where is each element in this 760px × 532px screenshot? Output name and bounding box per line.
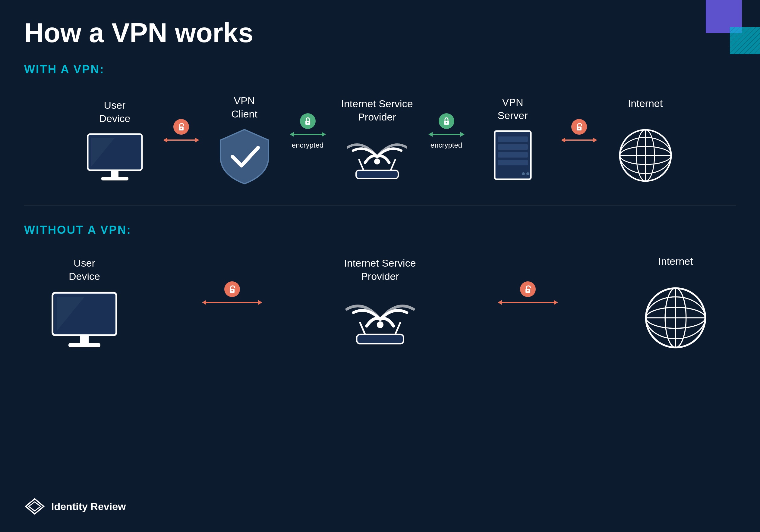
no-vpn-diagram-row: UserDevice — [24, 254, 736, 351]
node-vpn-server: VPNServer — [471, 96, 555, 185]
svg-rect-29 — [498, 136, 528, 142]
vpn-server-label: VPNServer — [498, 96, 528, 122]
no-vpn-arrow-lock-1 — [202, 281, 262, 306]
section-divider — [24, 205, 736, 205]
no-vpn-double-arrow-1 — [202, 299, 262, 306]
no-vpn-section: WITHOUT A VPN: UserDevice — [24, 224, 736, 351]
svg-line-58 — [360, 323, 365, 334]
svg-point-34 — [526, 172, 529, 175]
lock-icon-4 — [571, 119, 587, 135]
monitor-icon — [85, 131, 145, 182]
node-user-device-2: UserDevice — [24, 256, 145, 349]
svg-point-19 — [374, 158, 380, 164]
arrow-4 — [555, 119, 603, 162]
no-vpn-double-arrow-2 — [498, 299, 558, 306]
encrypted-label-1: encrypted — [292, 141, 323, 150]
internet-label-1: Internet — [628, 97, 663, 121]
double-arrow-2 — [290, 131, 326, 138]
svg-marker-13 — [195, 138, 199, 143]
svg-point-15 — [307, 122, 309, 123]
svg-point-36 — [578, 128, 580, 129]
svg-marker-39 — [593, 138, 597, 143]
svg-marker-55 — [258, 300, 262, 305]
lock-icon-3 — [439, 113, 454, 129]
node-isp: Internet ServiceProvider — [332, 97, 422, 184]
main-container: How a VPN works WITH A VPN: UserDevice — [0, 0, 760, 532]
no-vpn-arrow-lock-2 — [498, 281, 558, 306]
svg-marker-27 — [460, 132, 464, 137]
arrow-lock-1 — [163, 119, 199, 144]
lock-icon-2 — [300, 113, 316, 129]
svg-rect-6 — [111, 170, 119, 177]
user-device-label-2: UserDevice — [69, 256, 100, 283]
svg-marker-64 — [554, 300, 558, 305]
svg-marker-16 — [290, 132, 294, 137]
vpn-diagram-row: UserDevice — [24, 94, 736, 187]
svg-rect-20 — [356, 170, 398, 179]
svg-marker-10 — [163, 138, 167, 143]
router-icon-2 — [346, 289, 415, 349]
arrow-2: encrypted — [284, 113, 332, 167]
internet-label-2: Internet — [658, 254, 693, 279]
vpn-section: WITH A VPN: UserDevice — [24, 63, 736, 187]
no-vpn-lock-2 — [520, 281, 536, 297]
svg-line-22 — [391, 160, 395, 170]
node-vpn-client: VPNClient — [205, 94, 284, 187]
svg-marker-53 — [202, 300, 206, 305]
svg-point-9 — [180, 128, 182, 129]
isp-label-2: Internet ServiceProvider — [344, 256, 416, 283]
shield-icon — [217, 126, 272, 187]
svg-rect-32 — [498, 160, 528, 165]
svg-marker-37 — [561, 138, 565, 143]
svg-rect-57 — [356, 334, 404, 344]
user-device-label: UserDevice — [99, 99, 130, 125]
svg-point-33 — [522, 172, 525, 175]
svg-line-21 — [359, 160, 363, 170]
node-isp-2: Internet ServiceProvider — [320, 256, 441, 349]
encrypted-label-2: encrypted — [431, 141, 462, 150]
arrow-lock-3: encrypted — [428, 113, 464, 150]
node-internet-1: Internet — [603, 97, 688, 184]
svg-marker-62 — [498, 300, 502, 305]
arrow-1 — [157, 119, 205, 162]
svg-rect-49 — [80, 335, 89, 343]
arrow-lock-2: encrypted — [290, 113, 326, 150]
no-vpn-arrow-2 — [441, 281, 616, 324]
svg-marker-25 — [428, 132, 433, 137]
no-vpn-arrow-1 — [145, 281, 320, 324]
server-icon — [489, 128, 537, 185]
svg-line-59 — [395, 323, 400, 334]
lock-icon-1 — [173, 119, 189, 135]
svg-rect-31 — [498, 152, 528, 157]
svg-rect-7 — [101, 177, 128, 180]
isp-label: Internet ServiceProvider — [341, 97, 413, 123]
svg-point-24 — [446, 122, 447, 123]
globe-icon-2 — [642, 285, 709, 351]
node-user-device: UserDevice — [72, 99, 157, 182]
arrow-lock-4 — [561, 119, 597, 144]
main-title: How a VPN works — [24, 18, 736, 48]
double-arrow-3 — [428, 131, 464, 138]
svg-point-52 — [231, 290, 233, 291]
no-vpn-lock-1 — [224, 281, 240, 297]
svg-point-56 — [377, 321, 383, 328]
svg-rect-50 — [69, 343, 100, 347]
brand-logo — [24, 497, 45, 515]
vpn-section-label: WITH A VPN: — [24, 63, 736, 76]
svg-rect-2 — [730, 27, 760, 54]
monitor-icon-2 — [48, 289, 120, 349]
brand-name: Identity Review — [51, 501, 126, 512]
svg-marker-18 — [322, 132, 326, 137]
svg-rect-30 — [498, 144, 528, 150]
corner-teal — [730, 27, 760, 54]
double-arrow-1 — [163, 136, 199, 144]
svg-marker-72 — [29, 502, 41, 511]
corner-decoration — [700, 0, 760, 54]
node-internet-2: Internet — [615, 254, 736, 351]
svg-point-61 — [527, 290, 529, 291]
router-icon — [347, 130, 407, 184]
arrow-3: encrypted — [422, 113, 471, 167]
no-vpn-section-label: WITHOUT A VPN: — [24, 224, 736, 237]
double-arrow-4 — [561, 136, 597, 144]
vpn-client-label: VPNClient — [231, 94, 258, 120]
